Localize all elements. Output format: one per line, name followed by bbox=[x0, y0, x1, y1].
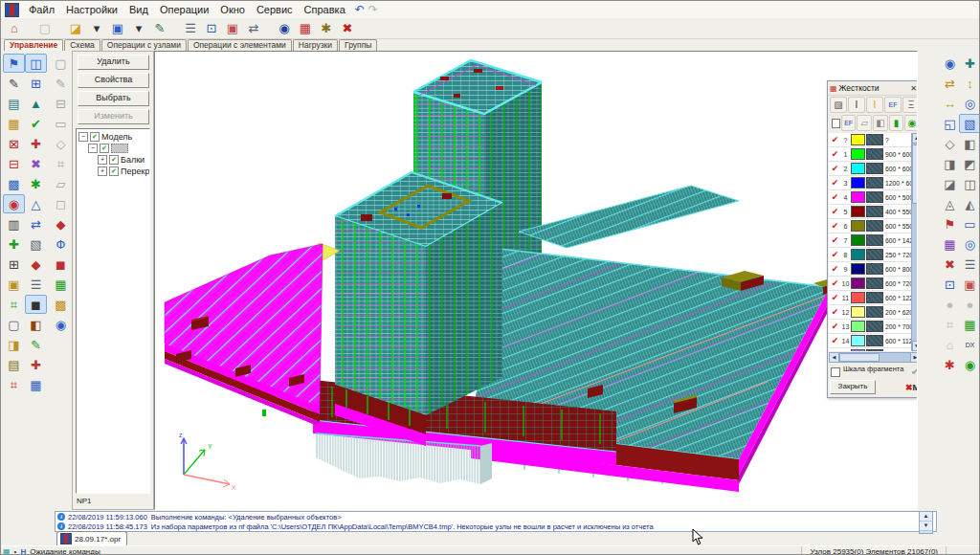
plate-tool[interactable]: ▤ bbox=[3, 94, 25, 113]
close-icon[interactable]: ✕ bbox=[907, 82, 918, 95]
cube-back-view[interactable]: ◨ bbox=[939, 154, 961, 173]
select-button[interactable]: Выбрать bbox=[78, 91, 149, 106]
cube-iso-view[interactable]: ◭ bbox=[959, 194, 980, 213]
xm-icon[interactable]: ✖М bbox=[905, 383, 918, 392]
table-input-tool[interactable]: ☰ bbox=[25, 275, 47, 294]
row-check-icon[interactable]: ✔ bbox=[830, 192, 840, 202]
check-scheme-tool[interactable]: ✔ bbox=[25, 114, 47, 133]
node-grid-tool[interactable]: ⊞ bbox=[25, 74, 47, 93]
stiffness-row[interactable]: ✔ 6 600 * 550 bbox=[829, 219, 912, 233]
save-button[interactable]: ▣ bbox=[107, 19, 128, 38]
checkbox-current[interactable]: ✔ bbox=[100, 144, 109, 153]
open-dropdown[interactable]: ▾ bbox=[86, 19, 107, 38]
scroll-left-icon[interactable]: ◀ bbox=[830, 353, 839, 362]
section-steel-profile-button[interactable]: Ξ bbox=[902, 97, 918, 113]
row-check-icon[interactable]: ✔ bbox=[830, 307, 840, 317]
stiffness-color-tool[interactable]: ◼ bbox=[50, 255, 72, 274]
section-ibeam-button[interactable]: I bbox=[848, 97, 865, 113]
paint-tool[interactable]: ✎ bbox=[25, 335, 47, 354]
stiffness-row[interactable]: ✔ 14 600 * 1120 bbox=[829, 334, 912, 348]
stiffness-row[interactable]: ✔ 1 900 * 600 bbox=[829, 147, 912, 162]
row-check-icon[interactable]: ✔ bbox=[830, 207, 840, 216]
ef-numeric-button[interactable]: EF bbox=[841, 115, 857, 131]
merge-nodes-tool[interactable]: ⊟ bbox=[3, 154, 25, 173]
exit-button[interactable]: ⌂ bbox=[4, 19, 25, 38]
row-check-icon[interactable]: ✔ bbox=[830, 135, 840, 144]
plan-projection-button[interactable]: ◱ bbox=[939, 114, 961, 133]
delete-nodes-tool[interactable]: ✖ bbox=[25, 154, 47, 173]
open-button[interactable]: ◪ bbox=[65, 19, 86, 38]
stiffness-row[interactable]: ✔ 5 400 * 550 bbox=[829, 205, 912, 219]
cube-top-view[interactable]: ◫ bbox=[959, 174, 980, 193]
edit-scheme-button[interactable]: ✎ bbox=[149, 19, 170, 38]
orbit-view-button[interactable]: ◉ bbox=[939, 54, 961, 73]
move-tool[interactable]: ⇄ bbox=[25, 214, 47, 233]
menu-file[interactable]: Файл bbox=[23, 3, 60, 16]
fragmentation-button[interactable]: ▦ bbox=[939, 234, 961, 254]
menu-operations[interactable]: Операции bbox=[154, 3, 214, 16]
free-rotate-button[interactable]: ◎ bbox=[959, 94, 980, 113]
change-button[interactable]: Изменить bbox=[78, 109, 149, 124]
ghost-copy-tool[interactable]: ⊟ bbox=[50, 94, 72, 113]
stiffness-row[interactable]: ✔ 11 600 * 1220 bbox=[829, 291, 912, 305]
report-table-button[interactable]: ▦ bbox=[295, 19, 316, 38]
groups-map-tool[interactable]: ▦ bbox=[25, 375, 47, 394]
grid-on-button[interactable]: ▦ bbox=[959, 315, 980, 334]
select-elements-tool[interactable]: ◉ bbox=[3, 194, 25, 213]
capture-view-button[interactable]: ⊡ bbox=[201, 19, 222, 38]
stiffness-row[interactable]: ✔ 9 600 * 800 bbox=[829, 262, 912, 277]
rotation-section-button[interactable]: ◉ bbox=[904, 115, 918, 131]
dx-mode-button[interactable]: DX bbox=[959, 335, 980, 354]
ghost-ball-1[interactable]: ● bbox=[939, 295, 961, 314]
unify-axes-tool[interactable]: Ф bbox=[50, 234, 72, 254]
menu-window[interactable]: Окно bbox=[214, 3, 251, 16]
stiffness-row[interactable]: ✔ 8 250 * 720 bbox=[829, 248, 912, 262]
materials-map-tool[interactable]: ▦ bbox=[50, 275, 72, 294]
cube-left-view[interactable]: ◩ bbox=[959, 154, 980, 173]
layers-tool[interactable]: ▦ bbox=[3, 114, 25, 133]
new-document-button[interactable]: ▢ bbox=[34, 19, 56, 38]
stiffness-row[interactable]: ✔ 12 200 * 620 bbox=[829, 305, 912, 320]
collapse-icon[interactable]: − bbox=[88, 144, 98, 153]
row-check-icon[interactable]: ✔ bbox=[830, 164, 840, 173]
gear-button[interactable]: ◉ bbox=[959, 355, 980, 374]
apply-check-icon[interactable]: ✔ bbox=[911, 366, 918, 378]
row-check-icon[interactable]: ✔ bbox=[830, 278, 840, 288]
stiffness-vertical-scrollbar[interactable]: ▲ ▼ bbox=[911, 133, 918, 351]
tree-node-current[interactable]: − ✔ bbox=[78, 143, 149, 154]
rotate-y-button[interactable]: ↔ bbox=[939, 94, 961, 113]
rotate-x-button[interactable]: ↕ bbox=[959, 74, 980, 93]
stiffness-row[interactable]: ✔ 7 600 * 1420 bbox=[829, 233, 912, 248]
ghost-rotate-tool[interactable]: ◇ bbox=[50, 134, 72, 153]
flag-view-button[interactable]: ⚑ bbox=[939, 214, 961, 233]
box-open-button[interactable]: ⌂ bbox=[939, 335, 961, 354]
add-node-tool[interactable]: ✚ bbox=[25, 134, 47, 153]
join-tool[interactable]: ⊞ bbox=[3, 255, 25, 274]
intersect-tool[interactable]: ✚ bbox=[3, 234, 25, 254]
grid-lines-tool[interactable]: ⌗ bbox=[3, 295, 25, 314]
rotate-z-button[interactable]: ⇄ bbox=[939, 74, 961, 93]
mesh-tool[interactable]: ▩ bbox=[3, 174, 25, 193]
menu-view[interactable]: Вид bbox=[123, 3, 154, 16]
tab-scheme[interactable]: Схема bbox=[64, 39, 100, 51]
ghost-draw-tool[interactable]: ✎ bbox=[50, 74, 72, 93]
surface-tool[interactable]: ▲ bbox=[25, 94, 47, 113]
fragment-scale-checkbox[interactable] bbox=[831, 367, 840, 377]
cube-right-view[interactable]: ◪ bbox=[939, 174, 961, 193]
dimetric-projection-button[interactable]: ▧ bbox=[959, 114, 980, 133]
expand-icon[interactable]: + bbox=[98, 166, 107, 176]
scroll-up-icon[interactable]: ▲ bbox=[920, 512, 932, 522]
section-ef-block-button[interactable]: EF bbox=[884, 97, 902, 113]
grid-off-button[interactable]: ⌗ bbox=[939, 315, 961, 334]
delete-selected-button[interactable]: Удалить bbox=[78, 55, 149, 70]
slab-tool[interactable]: ◨ bbox=[3, 335, 25, 354]
expand-icon[interactable]: + bbox=[98, 155, 107, 165]
checkbox-slabs[interactable]: ✔ bbox=[109, 166, 119, 176]
flag-tool[interactable]: ⚑ bbox=[3, 54, 25, 73]
message-log[interactable]: i 22/08/2019 11:59:13.060 Выполнение ком… bbox=[55, 511, 937, 532]
close-dialog-button[interactable]: Закрыть bbox=[830, 380, 876, 394]
ghost-select-tool[interactable]: ▢ bbox=[50, 54, 72, 73]
save-image-button[interactable]: ▣ bbox=[222, 19, 243, 38]
stiffness-horizontal-scrollbar[interactable]: ◀ ▶ bbox=[829, 352, 918, 363]
cube-front-view[interactable]: ◧ bbox=[959, 134, 980, 153]
